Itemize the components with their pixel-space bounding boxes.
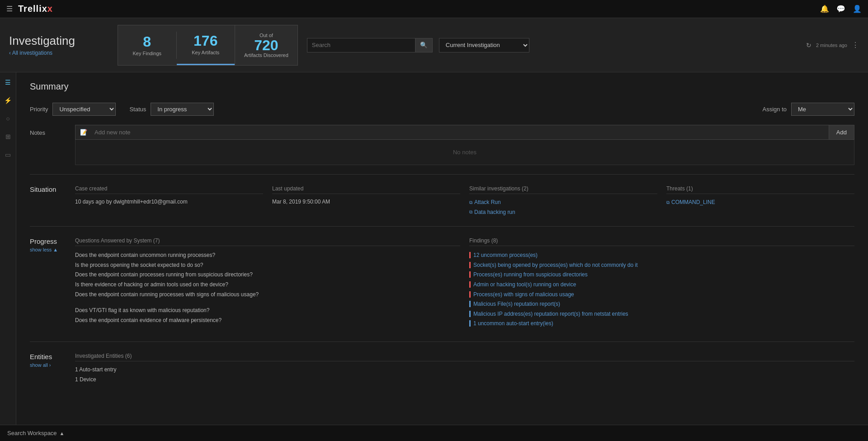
similar-investigations-header: Similar investigations (2)	[469, 185, 657, 194]
add-note-button[interactable]: Add	[829, 125, 854, 139]
attack-run-link[interactable]: Attack Run	[469, 198, 657, 208]
key-artifacts-stat[interactable]: 176 Key Artifacts	[177, 25, 235, 65]
search-input[interactable]	[307, 38, 415, 52]
data-hacking-link[interactable]: Data hacking run	[469, 208, 657, 218]
notes-section: Notes 📝 Add No notes	[30, 125, 854, 175]
question-4: Is there evidence of hacking or admin to…	[75, 280, 460, 290]
entities-header-row: Entities show all › Investigated Entitie…	[30, 353, 854, 384]
entities-col-header: Investigated Entities (6)	[75, 353, 854, 361]
hamburger-icon[interactable]: ☰	[6, 5, 13, 13]
top-nav-icons: 🔔 💬 👤	[820, 5, 862, 13]
stats-box: 8 Key Findings 176 Key Artifacts	[118, 25, 235, 66]
last-updated-col: Last updated Mar 8, 2019 9:50:00 AM	[272, 185, 460, 217]
priority-group: Priority Unspecified Low Medium High Cri…	[30, 103, 116, 116]
search-workspace-button[interactable]: Search Workspace ▲	[7, 430, 64, 436]
key-artifacts-label: Key Artifacts	[192, 50, 219, 55]
finding-2[interactable]: Socket(s) being opened by process(es) wh…	[469, 261, 854, 270]
findings-col: Findings (8) 12 uncommon process(es) Soc…	[469, 237, 854, 329]
finding-4[interactable]: Admin or hacking tool(s) running on devi…	[469, 280, 854, 290]
status-select[interactable]: In progress Open Closed Resolved	[151, 103, 214, 116]
notes-input[interactable]	[92, 125, 829, 139]
progress-left: Progress show less ▲	[30, 237, 66, 252]
more-options-icon[interactable]: ⋮	[852, 41, 859, 49]
finding-6[interactable]: Malicious File(s) reputation report(s)	[469, 299, 854, 309]
finding-bar-7	[469, 311, 471, 317]
question-3: Does the endpoint contain processes runn…	[75, 270, 460, 280]
situation-label: Situation	[30, 185, 66, 193]
note-icon: 📝	[75, 125, 92, 139]
finding-bar-8	[469, 320, 471, 327]
left-sidebar: ☰ ⚡ ○ ⊞ ▭	[0, 72, 16, 425]
situation-cols: Case created 10 days ago by dwightmhill+…	[75, 185, 854, 217]
bottom-bar: Search Workspace ▲	[0, 425, 868, 441]
finding-bar-5	[469, 291, 471, 298]
progress-cols: Questions Answered by System (7) Does th…	[75, 237, 854, 329]
artifacts-count: 720	[254, 38, 278, 52]
artifacts-discovered-label: Artifacts Discovered	[244, 52, 288, 58]
questions-header: Questions Answered by System (7)	[75, 237, 460, 246]
question-5: Does the endpoint contain running proces…	[75, 290, 460, 300]
key-findings-stat[interactable]: 8 Key Findings	[118, 25, 176, 65]
investigating-title: Investigating	[9, 34, 108, 48]
refresh-icon[interactable]: ↻	[806, 42, 811, 49]
notes-label: Notes	[30, 125, 66, 136]
sidebar-graph-icon[interactable]: ⚡	[2, 95, 14, 106]
priority-label: Priority	[30, 106, 48, 113]
sidebar-menu-icon[interactable]: ☰	[3, 77, 13, 88]
entities-section: Entities show all › Investigated Entitie…	[30, 353, 854, 384]
notes-header-row: Notes 📝 Add No notes	[30, 125, 854, 165]
assign-label: Assign to	[763, 106, 787, 113]
entities-title: Entities	[30, 353, 66, 360]
no-notes-message: No notes	[75, 140, 854, 165]
entities-content: Investigated Entities (6) 1 Auto-start e…	[75, 353, 854, 384]
question-7: Does the endpoint contain evidence of ma…	[75, 316, 460, 326]
threats-col: Threats (1) COMMAND_LINE	[666, 185, 854, 217]
show-less-button[interactable]: show less ▲	[30, 247, 66, 252]
finding-8[interactable]: 1 uncommon auto-start entry(ies)	[469, 319, 854, 329]
question-spacer	[75, 299, 460, 306]
questions-col: Questions Answered by System (7) Does th…	[75, 237, 460, 329]
finding-1[interactable]: 12 uncommon process(es)	[469, 251, 854, 261]
last-updated-header: Last updated	[272, 185, 460, 194]
entity-2: 1 Device	[75, 375, 854, 385]
question-2: Is the process opening the socket expect…	[75, 261, 460, 270]
artifacts-block: Out of 720 Artifacts Discovered	[235, 25, 298, 66]
all-investigations-link[interactable]: All investigations	[9, 50, 108, 56]
question-6: Does VT/GTI flag it as known with malici…	[75, 306, 460, 316]
threats-header: Threats (1)	[666, 185, 854, 194]
finding-bar-1	[469, 252, 471, 258]
sidebar-grid-icon[interactable]: ⊞	[4, 131, 13, 142]
finding-3[interactable]: Process(es) running from suspicious dire…	[469, 270, 854, 280]
command-line-link[interactable]: COMMAND_LINE	[666, 198, 854, 208]
current-investigation-select[interactable]: Current Investigation	[439, 38, 529, 52]
summary-title: Summary	[30, 81, 854, 92]
search-button[interactable]: 🔍	[415, 38, 433, 52]
sidebar-book-icon[interactable]: ▭	[3, 149, 13, 160]
key-findings-count: 8	[143, 34, 151, 49]
user-icon[interactable]: 👤	[853, 5, 862, 13]
notes-input-row: 📝 Add	[75, 125, 854, 140]
status-group: Status In progress Open Closed Resolved	[129, 103, 214, 116]
chat-icon[interactable]: 💬	[836, 5, 845, 13]
header-bar: Investigating All investigations 8 Key F…	[0, 18, 868, 72]
investigation-select-wrapper: Current Investigation	[439, 38, 529, 52]
finding-7[interactable]: Malicious IP address(es) reputation repo…	[469, 309, 854, 319]
top-nav: ☰ Trellixx 🔔 💬 👤	[0, 0, 868, 18]
finding-bar-6	[469, 301, 471, 307]
sidebar-circle-icon[interactable]: ○	[4, 113, 11, 124]
last-updated-value: Mar 8, 2019 9:50:00 AM	[272, 198, 460, 206]
question-1: Does the endpoint contain uncommon runni…	[75, 251, 460, 261]
finding-5[interactable]: Process(es) with signs of malicious usag…	[469, 290, 854, 300]
similar-investigations-col: Similar investigations (2) Attack Run Da…	[469, 185, 657, 217]
logo: Trellixx	[18, 4, 53, 14]
assign-select[interactable]: Me Team Unassigned	[791, 103, 854, 116]
progress-title: Progress	[30, 237, 66, 245]
chevron-up-icon: ▲	[60, 431, 65, 436]
priority-select[interactable]: Unspecified Low Medium High Critical	[52, 103, 116, 116]
investigating-block: Investigating All investigations	[9, 34, 108, 56]
notes-content: 📝 Add No notes	[75, 125, 854, 165]
main-layout: ☰ ⚡ ○ ⊞ ▭ Summary Priority Unspecified L…	[0, 72, 868, 425]
show-all-button[interactable]: show all ›	[30, 362, 66, 368]
bell-icon[interactable]: 🔔	[820, 5, 829, 13]
case-created-col: Case created 10 days ago by dwightmhill+…	[75, 185, 263, 217]
